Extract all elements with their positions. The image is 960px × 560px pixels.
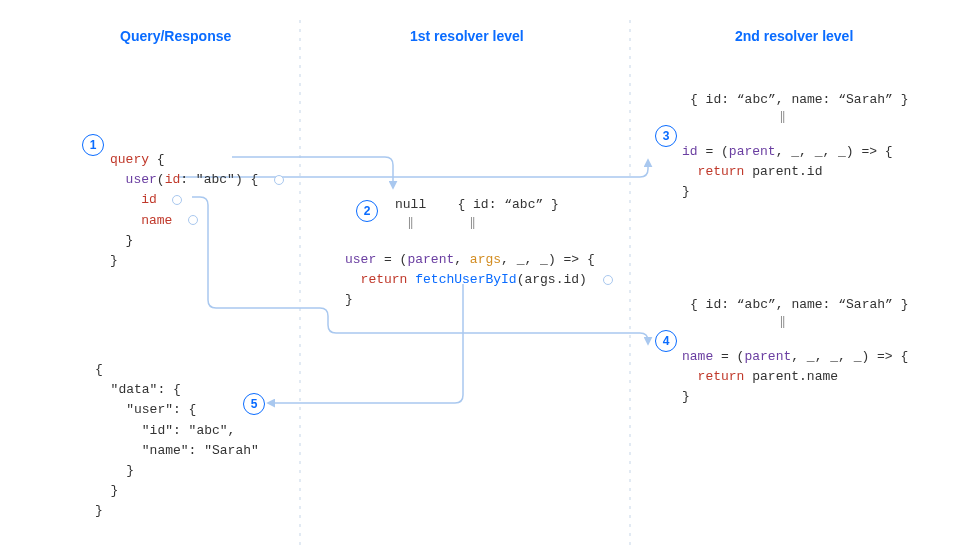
step-badge-2: 2 [356, 200, 378, 222]
parent-indicator-icon: || [408, 214, 413, 230]
step-badge-1: 1 [82, 134, 104, 156]
fn-user: user [126, 172, 157, 187]
resolver2a-top: { id: “abc”, name: “Sarah” } [690, 90, 908, 110]
resolver1-top: null { id: “abc” } [395, 195, 559, 215]
header-col1: Query/Response [120, 28, 231, 44]
header-col3: 2nd resolver level [735, 28, 853, 44]
step-badge-4: 4 [655, 330, 677, 352]
field-id: id [141, 192, 157, 207]
arg-id: id [165, 172, 181, 187]
response-block: { "data": { "user": { "id": "abc", "name… [95, 340, 259, 521]
step-badge-3: 3 [655, 125, 677, 147]
header-col2: 1st resolver level [410, 28, 524, 44]
connector-dot-icon [603, 275, 613, 285]
field-name: name [141, 213, 172, 228]
query-block: query { user(id: "abc") { id name } } [110, 130, 284, 271]
kw-query: query [110, 152, 149, 167]
resolver2a-body: id = (parent, _, _, _) => { return paren… [682, 122, 893, 203]
connector-dot-icon [172, 195, 182, 205]
resolver2b-body: name = (parent, _, _, _) => { return par… [682, 327, 908, 408]
resolver1-body: user = (parent, args, _, _) => { return … [345, 230, 613, 311]
connector-dot-icon [274, 175, 284, 185]
args-indicator-icon: || [470, 214, 475, 230]
connector-dot-icon [188, 215, 198, 225]
resolver2b-top: { id: “abc”, name: “Sarah” } [690, 295, 908, 315]
